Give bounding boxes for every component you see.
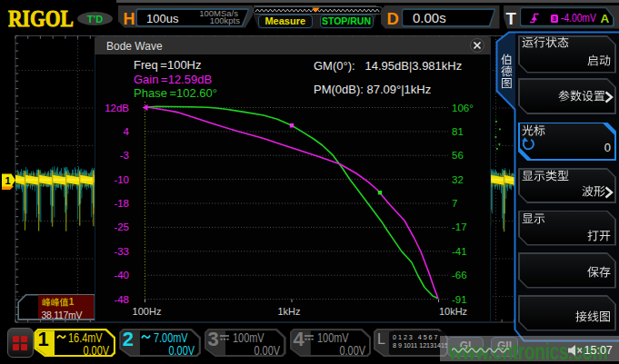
- svg-text:106°: 106°: [452, 103, 474, 113]
- svg-text:56: 56: [452, 150, 464, 161]
- svg-text:12dB: 12dB: [105, 103, 129, 113]
- svg-text:4: 4: [124, 126, 130, 137]
- svg-text:81: 81: [452, 126, 464, 137]
- svg-text:1: 1: [5, 175, 11, 186]
- svg-text:32: 32: [452, 174, 464, 185]
- svg-text:-66: -66: [452, 270, 467, 280]
- svg-text:-18: -18: [114, 198, 129, 209]
- svg-text:-33: -33: [114, 246, 129, 257]
- svg-text:-48: -48: [114, 294, 129, 305]
- svg-text:-3: -3: [120, 150, 129, 161]
- svg-text:7: 7: [452, 198, 457, 209]
- svg-text:100Hz: 100Hz: [133, 306, 162, 317]
- svg-text:1kHz: 1kHz: [277, 306, 300, 317]
- svg-text:10kHz: 10kHz: [439, 306, 467, 317]
- svg-text:-10: -10: [114, 174, 129, 185]
- svg-text:-25: -25: [114, 221, 129, 232]
- svg-text:-91: -91: [452, 294, 467, 305]
- svg-text:-41: -41: [452, 246, 467, 257]
- svg-text:-17: -17: [452, 221, 467, 232]
- svg-text:-40: -40: [114, 270, 129, 280]
